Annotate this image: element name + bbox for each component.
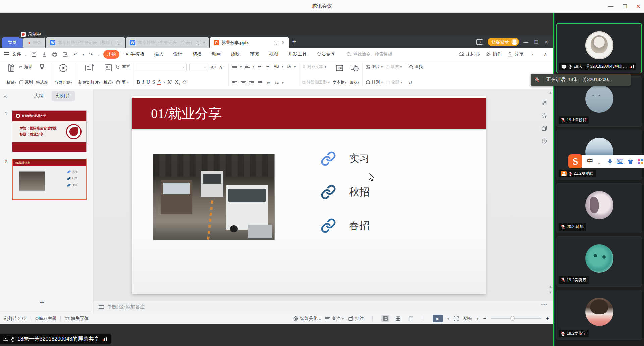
textbox-button[interactable]: A≡ 文本框▾ — [333, 63, 346, 86]
clear-format-button[interactable]: ◇ — [183, 79, 187, 85]
participant-tile[interactable]: 20.2 韩旭 — [556, 183, 642, 233]
ime-language-toggle[interactable]: 中 — [587, 157, 593, 166]
superscript-button[interactable]: X² — [167, 79, 172, 85]
add-slide-button[interactable]: + — [40, 298, 44, 307]
close-tab-icon[interactable]: ✕ — [281, 40, 285, 45]
restore-button[interactable]: ❐ — [622, 3, 627, 10]
italic-button[interactable]: I — [142, 79, 144, 85]
ime-skin-icon[interactable] — [628, 159, 633, 164]
slide-thumbnail-2-selected[interactable]: 01/就业分享 实习 秋招 春招 — [12, 159, 87, 200]
hamburger-icon[interactable] — [4, 52, 9, 56]
duplicate-icon[interactable] — [542, 126, 547, 131]
reset-button[interactable]: 重置 — [116, 64, 130, 70]
play-from-current-button[interactable]: 当页开始▾ — [54, 63, 72, 86]
missing-font-warning[interactable]: T? 缺失字体 — [65, 315, 89, 322]
scroll-up-icon[interactable]: ▲ — [549, 90, 552, 94]
help-icon[interactable]: ? — [542, 138, 547, 144]
slide-sorter-view-button[interactable] — [394, 315, 402, 322]
align-text-button[interactable]: ⇕ 对齐文本 ▾ — [302, 64, 330, 70]
fit-slide-icon[interactable] — [454, 316, 459, 321]
chevron-down-icon[interactable]: ⌄ — [97, 53, 100, 56]
wps-minimize-button[interactable]: — — [524, 39, 528, 45]
ime-keyboard-icon[interactable] — [617, 159, 623, 164]
text-direction-button[interactable]: AB — [273, 64, 279, 69]
align-center-button[interactable] — [240, 80, 246, 85]
numbered-list-button[interactable] — [244, 64, 250, 69]
tab-home[interactable]: 首页 — [2, 37, 23, 48]
window-switch-badge[interactable]: 3 — [476, 39, 483, 45]
slideshow-play-button[interactable]: ▶ — [433, 315, 443, 322]
zoom-in-button[interactable]: + — [546, 315, 549, 322]
cut-button[interactable]: ✂ 剪切 — [19, 64, 33, 70]
ribbon-tab-templates[interactable]: 可牛模板 — [122, 50, 148, 59]
minimize-button[interactable]: — — [608, 3, 613, 9]
ime-toolbox-icon[interactable] — [638, 159, 643, 164]
object-properties-icon[interactable] — [542, 100, 547, 106]
ribbon-tab-transition[interactable]: 切换 — [189, 50, 205, 59]
collapse-panel-button[interactable]: « — [4, 93, 7, 99]
tab-slides[interactable]: 幻灯片 — [52, 91, 75, 101]
more-options-icon[interactable]: ⋮ — [529, 51, 536, 58]
print-icon[interactable] — [51, 51, 58, 58]
undo-icon[interactable]: ↶ — [72, 51, 79, 58]
new-tab-button[interactable]: + — [292, 38, 297, 46]
redo-icon[interactable]: ↷ — [87, 51, 94, 58]
notes-bar[interactable]: 单击此处添加备注 — [93, 301, 553, 313]
zoom-level[interactable]: 63% — [463, 316, 472, 321]
ribbon-tab-insert[interactable]: 插入 — [151, 50, 167, 59]
slide-traffic-image[interactable] — [153, 154, 275, 240]
arrange-button[interactable]: 排列 ▾ — [366, 79, 383, 85]
share-button[interactable]: 分享 — [507, 51, 524, 57]
close-button[interactable]: ✕ — [636, 3, 641, 10]
format-painter-button[interactable]: 格式刷 — [36, 63, 48, 86]
fill-button[interactable]: ⬠ 填充 ▾ — [386, 64, 402, 70]
layout-button[interactable]: 版式▾ — [103, 63, 113, 86]
distribute-button[interactable]: ⇹ — [265, 80, 271, 85]
next-slide-icon[interactable]: ▼ — [549, 290, 552, 294]
tab-active-pptx[interactable]: P 就业分享.pptx ✕ — [210, 37, 289, 48]
to-smartart-button[interactable]: ⧉ 转智能图形 ▾ — [302, 79, 330, 85]
paste-button[interactable]: 粘贴▾ — [6, 63, 16, 86]
chevron-down-icon[interactable]: ▾ — [163, 80, 165, 84]
command-search[interactable]: 查找命令、搜索模板 — [346, 51, 392, 57]
reading-view-button[interactable] — [407, 315, 415, 322]
zoom-slider[interactable] — [491, 318, 541, 319]
copy-button[interactable]: 复制 — [19, 79, 33, 85]
tab-docer[interactable]: ◖ 稻壳 — [23, 37, 45, 48]
ribbon-tab-slideshow[interactable]: 放映 — [227, 50, 244, 59]
section-button[interactable]: 节 ▾ — [116, 79, 130, 85]
favorites-star-icon[interactable] — [542, 113, 547, 118]
sogou-logo-icon[interactable]: S — [568, 154, 582, 168]
decrease-font-button[interactable]: A⁻ — [219, 65, 225, 71]
participant-tile[interactable]: 18朱一芳32018200043的屏… — [556, 23, 642, 73]
bold-button[interactable]: B — [137, 79, 140, 85]
ribbon-tab-devtools[interactable]: 开发工具 — [285, 50, 310, 59]
strikethrough-button[interactable]: S — [152, 79, 155, 85]
ribbon-tab-view[interactable]: 视图 — [266, 50, 282, 59]
sort-text-button[interactable]: ↓A — [286, 64, 292, 69]
ribbon-tab-review[interactable]: 审阅 — [247, 50, 263, 59]
ribbon-tab-design[interactable]: 设计 — [170, 50, 186, 59]
find-button[interactable]: 查找 — [409, 64, 423, 70]
font-color-button[interactable]: A — [157, 79, 161, 85]
line-spacing-button[interactable]: ↕≡ — [274, 80, 280, 85]
collaborate-button[interactable]: 协作 — [486, 51, 502, 57]
menu-file[interactable]: 文件 — [12, 51, 21, 57]
font-size-select[interactable] — [189, 64, 208, 71]
participant-tile[interactable]: 19.2吴奕霖 — [556, 236, 642, 287]
prev-slide-icon[interactable]: ▲ — [549, 284, 552, 288]
slide-title-bar[interactable]: 01/就业分享 — [132, 98, 486, 129]
print-preview-icon[interactable] — [61, 51, 69, 58]
export-icon[interactable] — [41, 51, 48, 58]
shapes-button[interactable]: 形状▾ — [350, 63, 359, 86]
chevron-down-icon[interactable]: ▾ — [82, 53, 84, 56]
outline-button[interactable]: ▢ 轮廓 ▾ — [386, 79, 402, 85]
tab-doc2[interactable]: W 本专科毕业生登记表（空表） — [126, 37, 209, 48]
ribbon-tab-animation[interactable]: 动画 — [208, 50, 224, 59]
normal-view-button[interactable] — [381, 315, 389, 322]
align-left-button[interactable] — [232, 80, 238, 85]
justify-button[interactable] — [257, 80, 263, 85]
wps-restore-button[interactable]: ❐ — [534, 39, 539, 45]
collapse-ribbon-icon[interactable]: ∧ — [542, 51, 549, 58]
sync-status-button[interactable]: 未同步 — [459, 51, 480, 57]
